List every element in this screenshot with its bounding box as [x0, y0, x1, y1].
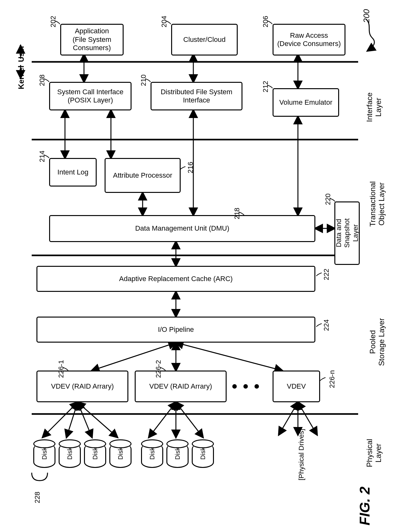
physical-drives-label: [Physical Drives] [297, 429, 306, 481]
disk-icon: Disk [59, 439, 81, 468]
snapshot-layer-box: Data and Snapshot Layer [334, 201, 360, 265]
svg-line-23 [78, 402, 117, 437]
ref-226-2: 226-2 [154, 360, 163, 378]
attribute-processor-box: Attribute Processor [105, 158, 181, 193]
pooled-layer-label: Pooled Storage Layer [368, 317, 386, 367]
ref-202: 202 [49, 16, 57, 28]
ref-222: 222 [322, 269, 331, 280]
vdev-2-box: VDEV (RAID Arrary) [135, 371, 227, 402]
intent-log-box: Intent Log [49, 158, 97, 187]
syscall-interface-box: System Call Interface (POSIX Layer) [49, 82, 132, 110]
io-pipeline-box: I/O Pipeline [36, 317, 315, 343]
raw-access-box: Raw Access (Device Consumers) [273, 24, 345, 56]
svg-line-26 [176, 402, 203, 437]
svg-line-24 [149, 402, 176, 437]
ref-216: 216 [186, 162, 195, 174]
disk-icon: Disk [166, 439, 189, 468]
ref-226-n: 226-n [328, 370, 336, 388]
disk-icon: Disk [109, 439, 132, 468]
svg-point-30 [232, 384, 237, 389]
svg-line-27 [279, 402, 298, 435]
disk-icon: Disk [141, 439, 163, 468]
vdev-n-box: VDEV [273, 371, 320, 402]
interface-layer-label: Interface Layer [365, 88, 383, 126]
svg-line-22 [78, 402, 92, 437]
ref-214: 214 [38, 151, 46, 162]
application-box: Application (File System Consumers) [60, 24, 124, 56]
volume-emulator-box: Volume Emulator [273, 88, 339, 117]
arc-box: Adaptive Replacement Cache (ARC) [36, 266, 315, 292]
user-label: User [17, 45, 26, 62]
physical-layer-label: Physical Layer [365, 434, 383, 472]
distributed-fs-box: Distributed File System Interface [151, 82, 242, 110]
ref-220: 220 [324, 194, 332, 205]
ref-206: 206 [261, 16, 270, 28]
cluster-box: Cluster/Cloud [171, 24, 238, 56]
svg-line-19 [176, 343, 282, 371]
svg-point-31 [243, 384, 248, 389]
ref-200: 200 [362, 9, 371, 23]
ref-204: 204 [160, 16, 168, 28]
ref-218: 218 [233, 208, 241, 220]
kernel-label: Kernel [17, 66, 26, 89]
dmu-box: Data Management Unit (DMU) [49, 215, 315, 242]
svg-point-32 [254, 384, 259, 389]
ref-228: 228 [33, 492, 42, 503]
ref-226-1: 226-1 [57, 360, 65, 378]
transactional-layer-label: Transactional Object Layer [368, 179, 386, 229]
snapshot-layer-label: Data and Snapshot Layer [334, 219, 359, 248]
ref-212: 212 [261, 81, 270, 93]
disk-icon: Disk [192, 439, 214, 468]
disk-icon: Disk [33, 439, 55, 468]
figure-title: FIG. 2 [357, 487, 373, 525]
ref-208: 208 [38, 75, 46, 86]
disk-icon: Disk [84, 439, 106, 468]
svg-line-17 [92, 343, 176, 371]
ref-224: 224 [322, 319, 331, 331]
vdev-1-box: VDEV (RAID Arrary) [36, 371, 128, 402]
ref-210: 210 [139, 75, 148, 86]
